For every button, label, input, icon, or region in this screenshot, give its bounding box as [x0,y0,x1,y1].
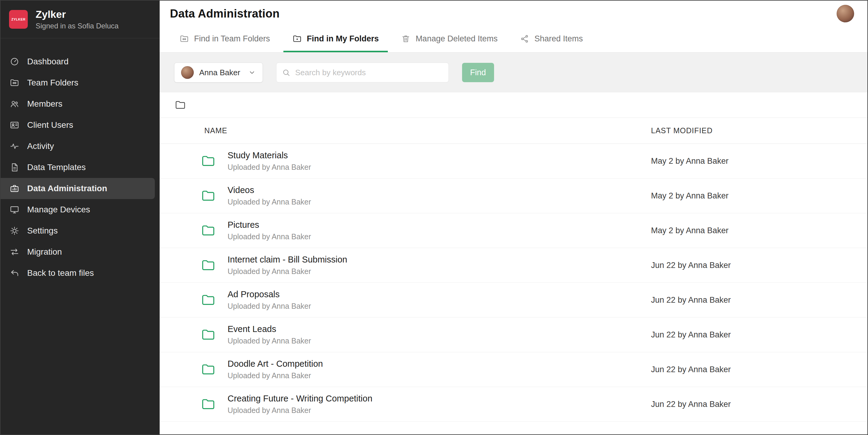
table-row[interactable]: Doodle Art - CompetitionUploaded by Anna… [160,352,867,387]
sidebar-item-team-folders[interactable]: Team Folders [1,72,160,93]
folder-icon [201,327,216,342]
folder-uploaded-by: Uploaded by Anna Baker [227,337,311,345]
search-box[interactable] [276,62,449,83]
folder-text: Doodle Art - CompetitionUploaded by Anna… [227,359,323,380]
dashboard-icon [10,57,19,66]
shared-icon [520,34,529,44]
folder-uploaded-by: Uploaded by Anna Baker [227,267,347,276]
table-row[interactable]: Event LeadsUploaded by Anna BakerJun 22 … [160,318,867,352]
folder-text: Ad ProposalsUploaded by Anna Baker [227,289,311,311]
tab-shared-items[interactable]: Shared Items [511,27,592,52]
folder-cell: PicturesUploaded by Anna Baker [201,220,651,241]
folder-uploaded-by: Uploaded by Anna Baker [227,302,311,311]
sidebar-item-label: Back to team files [27,268,94,278]
folder-name[interactable]: Ad Proposals [227,289,311,299]
folder-text: PicturesUploaded by Anna Baker [227,220,311,241]
search-input[interactable] [295,68,443,77]
folder-uploaded-by: Uploaded by Anna Baker [227,163,311,172]
root-folder-icon[interactable] [175,99,186,111]
folder-list: Study MaterialsUploaded by Anna BakerMay… [160,144,867,434]
brand-name: Zylker [36,8,119,20]
last-modified: May 2 by Anna Baker [651,191,867,201]
sidebar-item-client-users[interactable]: Client Users [1,115,160,136]
folder-text: Study MaterialsUploaded by Anna Baker [227,150,311,172]
sidebar-menu: DashboardTeam FoldersMembersClient Users… [1,38,160,284]
sidebar-item-label: Manage Devices [27,205,90,214]
folder-name[interactable]: Internet claim - Bill Submission [227,255,347,265]
sidebar-item-migration[interactable]: Migration [1,241,160,262]
folder-text: Event LeadsUploaded by Anna Baker [227,324,311,345]
folder-name[interactable]: Videos [227,185,311,195]
sidebar-item-label: Dashboard [27,57,68,66]
folder-name[interactable]: Event Leads [227,324,311,334]
settings-icon [10,226,19,236]
sidebar-item-settings[interactable]: Settings [1,220,160,241]
current-user-avatar[interactable] [837,5,854,22]
folder-cell: Event LeadsUploaded by Anna Baker [201,324,651,345]
sidebar-item-data-administration[interactable]: Data Administration [1,178,155,199]
folder-name[interactable]: Study Materials [227,150,311,161]
table-header: NAME LAST MODIFIED [160,118,867,144]
member-selector[interactable]: Anna Baker [174,62,263,83]
folder-text: Creating Future - Writing CompetitionUpl… [227,394,372,415]
folder-icon [201,223,216,238]
folder-text: VideosUploaded by Anna Baker [227,185,311,206]
folder-cell: Internet claim - Bill SubmissionUploaded… [201,255,651,276]
tab-find-in-team-folders[interactable]: Find in Team Folders [170,27,279,52]
folder-cell: Study MaterialsUploaded by Anna Baker [201,150,651,172]
tab-find-in-my-folders[interactable]: Find in My Folders [283,27,388,52]
sidebar-item-label: Migration [27,247,62,257]
member-selector-value: Anna Baker [199,68,240,77]
sidebar-item-label: Settings [27,226,58,236]
tab-label: Shared Items [534,34,583,44]
tab-manage-deleted-items[interactable]: Manage Deleted Items [392,27,507,52]
folder-name[interactable]: Doodle Art - Competition [227,359,323,369]
sidebar-item-label: Team Folders [27,78,79,88]
app-window: ZYLKER Zylker Signed in as Sofia Deluca … [0,0,868,435]
sidebar-item-members[interactable]: Members [1,93,160,115]
folder-icon [201,188,216,203]
folder-icon [201,397,216,411]
sidebar-item-dashboard[interactable]: Dashboard [1,51,160,72]
chevron-down-icon [248,68,256,77]
last-modified: Jun 22 by Anna Baker [651,330,867,340]
table-row[interactable]: Creating Future - Writing CompetitionUpl… [160,387,867,422]
sidebar-item-activity[interactable]: Activity [1,136,160,157]
folder-cell: Doodle Art - CompetitionUploaded by Anna… [201,359,651,380]
folder-name[interactable]: Creating Future - Writing Competition [227,394,372,404]
sidebar-item-label: Client Users [27,120,73,130]
folder-uploaded-by: Uploaded by Anna Baker [227,371,323,380]
manage-devices-icon [10,205,19,214]
folder-icon [201,293,216,307]
last-modified: May 2 by Anna Baker [651,226,867,235]
back-icon [10,268,19,278]
brand-text: Zylker Signed in as Sofia Deluca [36,8,119,30]
table-row[interactable]: Ad ProposalsUploaded by Anna BakerJun 22… [160,283,867,318]
column-header-name[interactable]: NAME [201,126,651,135]
find-button[interactable]: Find [462,63,494,82]
folder-icon [201,362,216,377]
trash-icon [401,34,410,44]
table-row[interactable]: PicturesUploaded by Anna BakerMay 2 by A… [160,213,867,248]
folder-uploaded-by: Uploaded by Anna Baker [227,406,372,415]
page-title: Data Administration [170,7,837,20]
table-row[interactable]: Internet claim - Bill SubmissionUploaded… [160,248,867,283]
sidebar-item-data-templates[interactable]: Data Templates [1,157,160,178]
page-header: Data Administration [160,1,867,27]
column-header-last-modified[interactable]: LAST MODIFIED [651,126,867,135]
team-folders-icon [10,78,19,88]
table-row[interactable]: VideosUploaded by Anna BakerMay 2 by Ann… [160,178,867,213]
tab-label: Manage Deleted Items [415,34,498,44]
folder-uploaded-by: Uploaded by Anna Baker [227,232,311,241]
folder-cell: Ad ProposalsUploaded by Anna Baker [201,289,651,311]
last-modified: Jun 22 by Anna Baker [651,365,867,374]
last-modified: Jun 22 by Anna Baker [651,295,867,305]
table-row[interactable]: Study MaterialsUploaded by Anna BakerMay… [160,144,867,178]
folder-cell: VideosUploaded by Anna Baker [201,185,651,206]
signed-in-as: Signed in as Sofia Deluca [36,22,119,30]
tab-label: Find in My Folders [307,34,379,44]
sidebar-item-back-to-team-files[interactable]: Back to team files [1,262,160,284]
folder-name[interactable]: Pictures [227,220,311,230]
sidebar-item-manage-devices[interactable]: Manage Devices [1,199,160,220]
sidebar-item-label: Members [27,99,62,109]
